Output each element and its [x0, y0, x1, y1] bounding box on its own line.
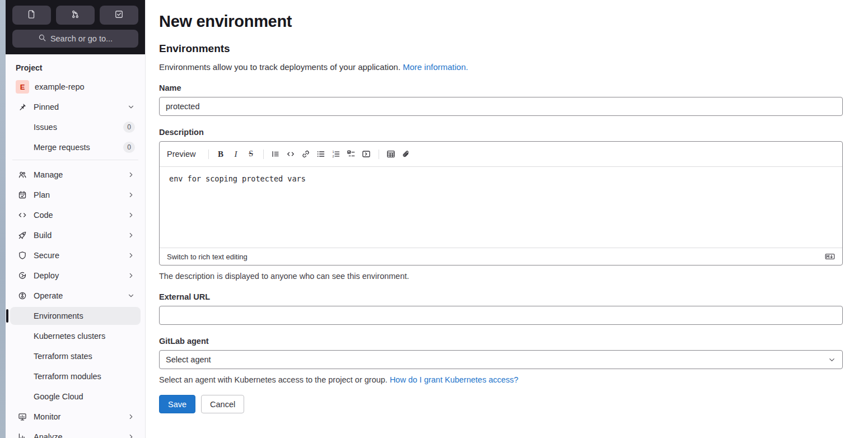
operate-icon	[18, 291, 27, 300]
code-icon	[18, 211, 27, 220]
sidebar-item-label: Google Cloud	[34, 392, 135, 401]
table-icon[interactable]	[384, 147, 399, 162]
external-url-input[interactable]	[159, 306, 843, 325]
description-textarea[interactable]: env for scoping protected vars	[160, 167, 842, 248]
active-indicator	[6, 309, 8, 323]
issues-shortcut-button[interactable]	[12, 6, 51, 25]
chevron-down-icon	[127, 292, 135, 300]
chevron-right-icon	[127, 433, 135, 438]
main-content: New environment Environments Environment…	[146, 0, 868, 413]
bulleted-list-icon[interactable]	[314, 147, 329, 162]
page-title: New environment	[159, 12, 843, 31]
sidebar-item-terraform-states[interactable]: Terraform states	[10, 347, 141, 365]
cancel-button[interactable]: Cancel	[201, 395, 244, 413]
chevron-down-icon	[127, 103, 135, 111]
chart-icon	[18, 432, 27, 438]
monitor-icon	[18, 412, 27, 421]
agent-helper-text: Select an agent with Kubernetes access t…	[159, 375, 843, 384]
italic-icon[interactable]: I	[228, 147, 244, 162]
task-list-icon[interactable]	[344, 147, 359, 162]
chevron-right-icon	[127, 211, 135, 219]
sidebar-item-pinned[interactable]: Pinned	[10, 98, 141, 116]
sidebar-item-deploy[interactable]: Deploy	[10, 267, 141, 285]
svg-text:1: 1	[333, 150, 334, 153]
rocket-icon	[18, 231, 27, 240]
toolbar-divider	[379, 150, 379, 159]
sidebar-divider	[12, 160, 138, 160]
description-label: Description	[159, 128, 843, 137]
intro-text: Environments allow you to track deployme…	[159, 62, 843, 72]
shield-icon	[18, 251, 27, 260]
toolbar-divider	[208, 150, 209, 159]
merge-requests-count-badge: 0	[123, 142, 135, 153]
sidebar-item-label: Secure	[34, 251, 127, 260]
chevron-right-icon	[127, 171, 135, 179]
sidebar-item-environments[interactable]: Environments	[10, 307, 141, 325]
sidebar-item-label: Terraform modules	[34, 372, 135, 381]
sidebar-section-project: Project	[10, 58, 141, 78]
name-label: Name	[159, 83, 843, 92]
sidebar-item-merge-requests[interactable]: Merge requests 0	[10, 138, 141, 156]
gitlab-agent-label: GitLab agent	[159, 337, 843, 346]
sidebar-item-label: Kubernetes clusters	[34, 332, 135, 341]
sidebar-item-secure[interactable]: Secure	[10, 246, 141, 264]
chevron-right-icon	[127, 251, 135, 259]
pin-icon	[18, 102, 27, 111]
preview-tab[interactable]: Preview	[167, 150, 196, 159]
svg-text:2: 2	[333, 155, 334, 158]
sidebar-item-label: Merge requests	[34, 143, 123, 152]
more-information-link[interactable]: More information.	[403, 62, 468, 72]
sidebar-item-kubernetes-clusters[interactable]: Kubernetes clusters	[10, 327, 141, 345]
sidebar-item-label: Build	[34, 231, 127, 240]
sidebar-item-operate[interactable]: Operate	[10, 287, 141, 305]
editor-footer: Switch to rich text editing	[160, 248, 842, 265]
sidebar-item-label: Plan	[34, 190, 127, 199]
kubernetes-access-link[interactable]: How do I grant Kubernetes access?	[390, 375, 519, 384]
strikethrough-icon[interactable]: S	[244, 147, 259, 162]
sidebar-item-project[interactable]: E example-repo	[10, 78, 141, 96]
save-button[interactable]: Save	[159, 395, 195, 413]
sidebar-item-google-cloud[interactable]: Google Cloud	[10, 388, 141, 406]
switch-rich-text-link[interactable]: Switch to rich text editing	[167, 253, 248, 261]
sidebar-item-label: Issues	[34, 123, 123, 132]
sidebar-item-monitor[interactable]: Monitor	[10, 408, 141, 426]
sidebar-item-plan[interactable]: Plan	[10, 186, 141, 204]
sidebar-item-build[interactable]: Build	[10, 226, 141, 244]
name-input[interactable]	[159, 97, 843, 116]
toolbar-divider	[263, 150, 264, 159]
sidebar-item-code[interactable]: Code	[10, 206, 141, 224]
chevron-right-icon	[127, 231, 135, 239]
quote-icon[interactable]	[268, 147, 283, 162]
agent-helper-body: Select an agent with Kubernetes access t…	[159, 375, 390, 384]
search-icon	[38, 34, 46, 44]
deploy-icon	[18, 271, 27, 280]
sidebar-item-label: Deploy	[34, 271, 127, 280]
search-input[interactable]: Search or go to...	[12, 30, 138, 48]
sidebar-item-label: Manage	[34, 170, 127, 179]
sidebar-item-manage[interactable]: Manage	[10, 166, 141, 184]
agent-select[interactable]: Select agent	[159, 350, 843, 369]
description-editor: Preview B I S 12 env for scoping protect…	[159, 141, 843, 265]
environments-section-title: Environments	[159, 43, 843, 55]
sidebar-item-analyze[interactable]: Analyze	[10, 428, 141, 438]
merge-requests-shortcut-button[interactable]	[56, 6, 95, 25]
bold-icon[interactable]: B	[213, 147, 228, 162]
sidebar-item-label: Terraform states	[34, 352, 135, 361]
sidebar-item-issues[interactable]: Issues 0	[10, 118, 141, 136]
background-window-edge	[0, 0, 6, 438]
external-url-label: External URL	[159, 292, 843, 301]
collapsible-section-icon[interactable]	[359, 147, 374, 162]
sidebar-item-label: Environments	[34, 311, 135, 320]
markdown-icon[interactable]	[825, 252, 835, 261]
link-icon[interactable]	[298, 147, 314, 162]
attach-file-icon[interactable]	[399, 147, 414, 162]
sidebar-item-terraform-modules[interactable]: Terraform modules	[10, 367, 141, 385]
todo-shortcut-button[interactable]	[100, 6, 138, 25]
code-icon[interactable]	[283, 147, 298, 162]
agent-select-value: Select agent	[166, 355, 211, 364]
chevron-right-icon	[127, 191, 135, 199]
todo-icon	[114, 10, 124, 21]
numbered-list-icon[interactable]: 12	[329, 147, 344, 162]
calendar-icon	[18, 190, 27, 199]
chevron-down-icon	[828, 356, 836, 364]
